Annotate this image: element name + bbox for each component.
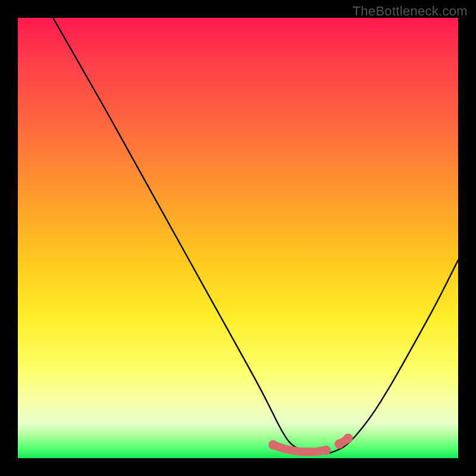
marker-cluster-left — [268, 440, 331, 455]
plot-area — [18, 18, 458, 458]
curve-overlay — [18, 18, 458, 458]
watermark-label: TheBottleneck.com — [353, 4, 468, 19]
chart-frame: TheBottleneck.com — [0, 0, 476, 476]
marker-dot — [334, 439, 344, 449]
marker-dot — [321, 446, 331, 455]
marker-segment — [273, 445, 326, 452]
marker-dot — [268, 440, 278, 450]
bottleneck-curve — [53, 18, 458, 454]
marker-dot — [343, 434, 353, 443]
